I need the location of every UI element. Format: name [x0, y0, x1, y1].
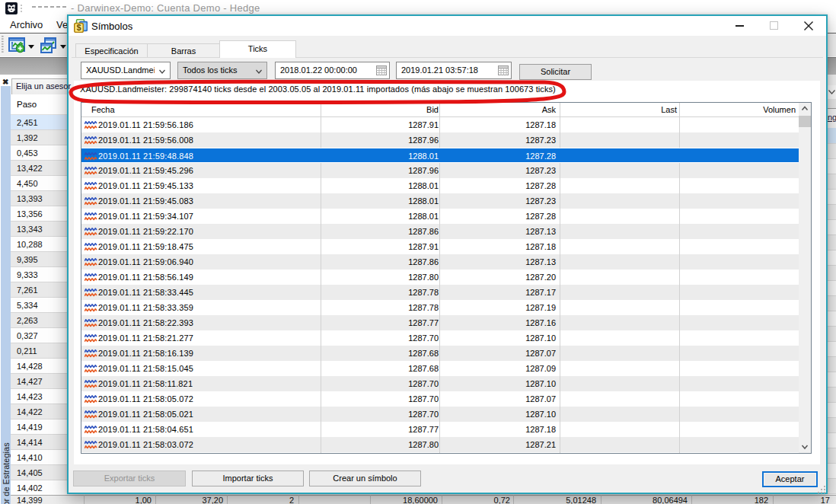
svg-text:$: $: [76, 23, 81, 32]
